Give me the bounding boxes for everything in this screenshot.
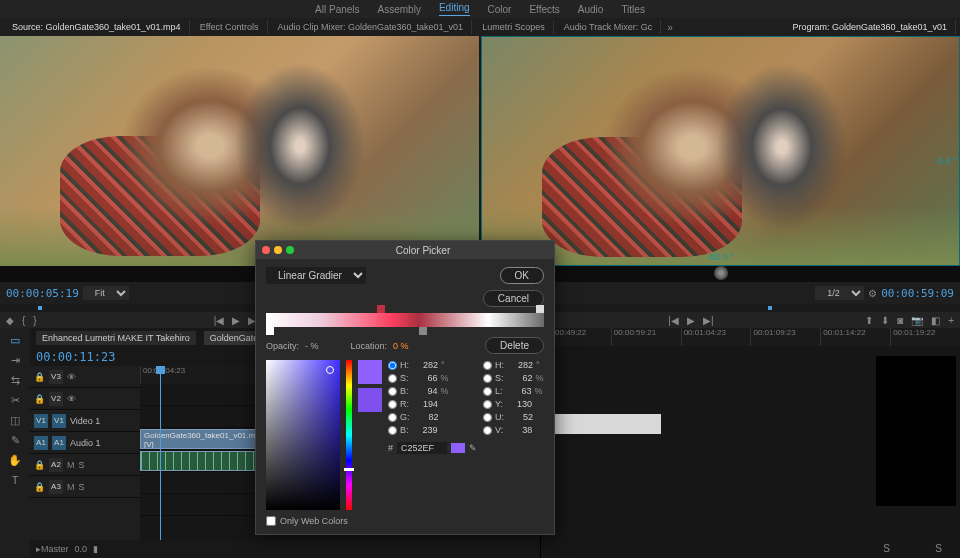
tab-audio-track-mixer[interactable]: Audio Track Mixer: Gc xyxy=(556,20,662,34)
track-select-tool-icon[interactable]: ⇥ xyxy=(7,352,23,368)
radio-l[interactable] xyxy=(483,387,492,396)
menu-editing[interactable]: Editing xyxy=(439,2,470,16)
step-back-icon[interactable]: |◀ xyxy=(668,315,679,326)
delete-button[interactable]: Delete xyxy=(485,337,544,354)
value-hl[interactable]: 282 xyxy=(507,360,533,370)
selection-tool-icon[interactable]: ▭ xyxy=(7,332,23,348)
program-timecode[interactable]: 00:00:59:09 xyxy=(881,287,954,300)
location-value[interactable]: 0 % xyxy=(393,341,409,351)
playhead[interactable] xyxy=(160,366,161,540)
radio-b[interactable] xyxy=(388,387,397,396)
mute-m[interactable]: M xyxy=(67,460,75,470)
tab-audio-clip-mixer[interactable]: Audio Clip Mixer: GoldenGate360_take01_v… xyxy=(270,20,473,34)
radio-v[interactable] xyxy=(483,426,492,435)
sequence-tab-1[interactable]: Enhanced Lumetri MAKE IT Takehiro xyxy=(36,331,196,345)
hue-handle[interactable] xyxy=(344,468,354,471)
track-head-a2[interactable]: 🔒 A2 M S xyxy=(30,454,140,476)
pen-tool-icon[interactable]: ✎ xyxy=(7,432,23,448)
value-u[interactable]: 52 xyxy=(507,412,533,422)
menu-all-panels[interactable]: All Panels xyxy=(315,4,359,15)
track-toggle-v3[interactable]: V3 xyxy=(49,370,63,384)
value-r[interactable]: 194 xyxy=(412,399,438,409)
play-icon[interactable]: ▶ xyxy=(687,315,695,326)
gradient-type-dropdown[interactable]: Linear Gradient xyxy=(266,267,366,284)
cancel-button[interactable]: Cancel xyxy=(483,290,544,307)
menu-titles[interactable]: Titles xyxy=(621,4,645,15)
hue-slider[interactable] xyxy=(346,360,352,510)
value-g[interactable]: 82 xyxy=(413,412,439,422)
maximize-icon[interactable] xyxy=(286,246,294,254)
radio-g[interactable] xyxy=(388,413,397,422)
ripple-edit-tool-icon[interactable]: ⇆ xyxy=(7,372,23,388)
tab-program[interactable]: Program: GoldenGate360_take01_v01 xyxy=(784,20,956,34)
track-toggle-a2[interactable]: A2 xyxy=(49,458,63,472)
value-bl[interactable]: 239 xyxy=(412,425,438,435)
track-toggle-v2[interactable]: V2 xyxy=(49,392,63,406)
program-video-frame[interactable] xyxy=(481,36,960,266)
hex-input[interactable] xyxy=(397,442,447,454)
gradient-stop[interactable] xyxy=(536,305,544,313)
slip-tool-icon[interactable]: ◫ xyxy=(7,412,23,428)
track-head-v1[interactable]: V1 V1 Video 1 xyxy=(30,410,140,432)
track-toggle-a3[interactable]: A3 xyxy=(49,480,63,494)
source-zoom-dropdown[interactable]: Fit xyxy=(83,286,129,300)
settings-icon[interactable]: ⚙ xyxy=(868,288,877,299)
right-time-ruler[interactable]: 00:00:49:22 00:00:59:21 00:01:04:23 00:0… xyxy=(541,328,960,346)
program-zoom-dropdown[interactable]: 1/2 xyxy=(815,286,864,300)
eyedropper-icon[interactable]: ✎ xyxy=(469,443,477,453)
tab-lumetri-scopes[interactable]: Lumetri Scopes xyxy=(474,20,554,34)
master-meter-icon[interactable]: ▮ xyxy=(93,544,98,554)
marker-icon[interactable]: ◆ xyxy=(6,315,14,326)
in-point-icon[interactable]: { xyxy=(22,315,25,326)
minimize-icon[interactable] xyxy=(274,246,282,254)
type-tool-icon[interactable]: T xyxy=(7,472,23,488)
dialog-titlebar[interactable]: Color Picker xyxy=(256,241,554,259)
sv-picker-handle[interactable] xyxy=(326,366,334,374)
track-head-v2[interactable]: 🔒 V2 👁 xyxy=(30,388,140,410)
gradient-bar[interactable] xyxy=(266,313,544,327)
menu-color[interactable]: Color xyxy=(488,4,512,15)
hand-tool-icon[interactable]: ✋ xyxy=(7,452,23,468)
step-forward-icon[interactable]: ▶| xyxy=(703,315,714,326)
value-b[interactable]: 94 xyxy=(412,386,438,396)
eye-icon[interactable]: 👁 xyxy=(67,394,76,404)
value-h[interactable]: 282 xyxy=(412,360,438,370)
source-timecode[interactable]: 00:00:05:19 xyxy=(6,287,79,300)
only-web-colors-checkbox[interactable] xyxy=(266,516,276,526)
lock-icon[interactable]: 🔒 xyxy=(34,372,45,382)
current-color-swatch[interactable] xyxy=(358,360,382,384)
menu-assembly[interactable]: Assembly xyxy=(378,4,421,15)
mute-m[interactable]: M xyxy=(67,482,75,492)
radio-u[interactable] xyxy=(483,413,492,422)
radio-s[interactable] xyxy=(388,374,397,383)
radio-hl[interactable] xyxy=(483,361,492,370)
plus-icon[interactable]: + xyxy=(948,315,954,326)
gradient-stop[interactable] xyxy=(377,305,385,313)
value-y[interactable]: 130 xyxy=(506,399,532,409)
menu-effects[interactable]: Effects xyxy=(529,4,559,15)
razor-tool-icon[interactable]: ✂ xyxy=(7,392,23,408)
step-back-icon[interactable]: |◀ xyxy=(214,315,225,326)
solo-s[interactable]: S xyxy=(79,482,85,492)
solo-s[interactable]: S xyxy=(79,460,85,470)
previous-color-swatch[interactable] xyxy=(358,388,382,412)
track-toggle-v1[interactable]: V1 xyxy=(52,414,66,428)
menu-audio[interactable]: Audio xyxy=(578,4,604,15)
ok-button[interactable]: OK xyxy=(500,267,544,284)
value-sl[interactable]: 62 xyxy=(507,373,533,383)
src-v1[interactable]: V1 xyxy=(34,414,48,428)
export-frame-icon[interactable]: ◙ xyxy=(897,315,903,326)
track-head-a1[interactable]: A1 A1 Audio 1 xyxy=(30,432,140,454)
tab-source[interactable]: Source: GoldenGate360_take01_v01.mp4 xyxy=(4,20,190,34)
track-head-v3[interactable]: 🔒 V3 👁 xyxy=(30,366,140,388)
lock-icon[interactable]: 🔒 xyxy=(34,460,45,470)
out-point-icon[interactable]: } xyxy=(33,315,36,326)
tabs-overflow-icon[interactable]: » xyxy=(663,22,677,33)
selected-clip[interactable] xyxy=(541,414,661,434)
value-s[interactable]: 66 xyxy=(412,373,438,383)
radio-bl[interactable] xyxy=(388,426,397,435)
vr-orbit-knob[interactable] xyxy=(714,266,728,280)
track-head-a3[interactable]: 🔒 A3 M S xyxy=(30,476,140,498)
eye-icon[interactable]: 👁 xyxy=(67,372,76,382)
radio-r[interactable] xyxy=(388,400,397,409)
